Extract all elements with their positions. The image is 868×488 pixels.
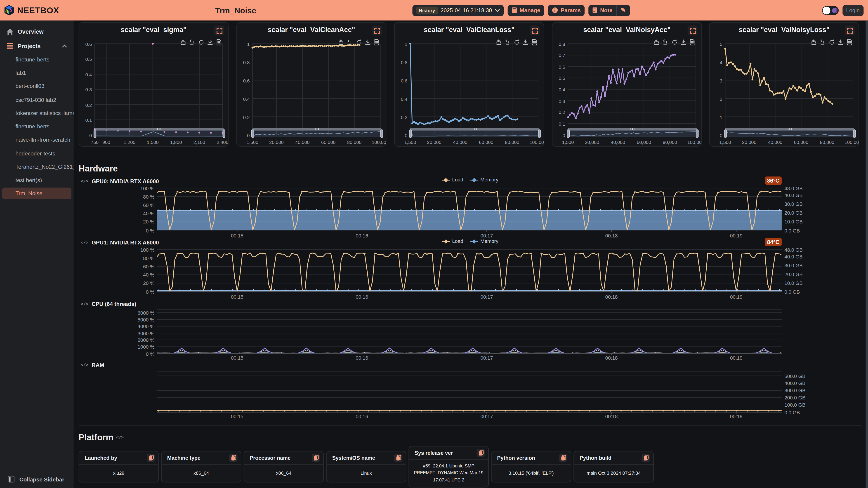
x-axis-label: 20,000 [423,139,445,145]
time-axis-label: 00:18 [601,233,621,238]
x-axis-label: 80,000 [343,139,366,145]
fullscreen-button[interactable] [845,26,855,35]
note-button[interactable]: Note ✎ [588,5,629,16]
hw-chart-plot[interactable] [157,369,782,414]
platform-card-label: Python build [580,455,612,461]
history-tag: History [416,6,438,14]
copy-button[interactable] [229,454,238,462]
platform-card-launched-by: Launched byxlu29 [79,451,159,483]
page-title: Trm_Noise [59,6,412,15]
time-axis-label: 00:16 [352,414,372,419]
login-button[interactable]: Login [842,5,864,16]
cpu-axis-label: 4000 % [123,324,155,329]
brand[interactable]: NEETBOX [4,5,59,15]
x-axis-label: 100,000 [369,139,386,145]
datazoom-brush[interactable] [252,128,381,138]
fullscreen-button[interactable] [214,26,224,35]
fullscreen-icon [847,27,853,33]
copy-button[interactable] [477,449,485,457]
chart-plot[interactable] [724,42,855,137]
datazoom-brush[interactable] [568,128,697,138]
copy-button[interactable] [559,454,567,462]
cpu-axis-label: 6000 % [123,310,155,316]
cpu-axis-label: 0 % [123,351,155,357]
y-axis-label: 0.1 [553,121,565,127]
copy-button[interactable] [147,454,155,462]
sidebar-project-tokenizer-statistics-llama-[interactable]: tokenizer statistics llama... [0,106,74,120]
memory-axis-label: 30.0 GB [784,201,823,207]
hw-chart-plot[interactable] [157,185,782,232]
chart-plot[interactable] [409,42,540,137]
sidebar-project-finetune-berts[interactable]: finetune-berts [0,120,74,133]
datazoom-brush[interactable] [410,128,539,138]
chart-plot[interactable] [94,42,225,137]
ram-axis-label: 400.0 GB [784,381,823,386]
fullscreen-button[interactable] [688,26,698,35]
sidebar-item-overview[interactable]: Overview [0,25,74,38]
sidebar-project-test-bert-s-[interactable]: test bert(s) [0,173,74,187]
y-axis-label: 0.6 [79,41,92,46]
brush-handle-left[interactable] [409,129,412,138]
brush-handle-left[interactable] [724,129,726,138]
platform-card-machine-type: Machine typex86_64 [161,451,241,483]
sidebar-project-terahertz-no22-gl261-gl-[interactable]: Terahertz_No22_Gl261_gl... [0,160,74,174]
sidebar-project-trm-noise[interactable]: Trm_Noise [2,188,71,199]
chevron-down-icon [495,8,500,12]
brush-handle-left[interactable] [251,129,254,138]
y-axis-label: 1 [395,41,407,46]
chart-plot[interactable] [567,42,698,137]
brush-handle-left[interactable] [93,129,96,138]
sidebar-project-csc791-030-lab2[interactable]: csc791-030 lab2 [0,93,74,106]
datazoom-brush[interactable] [725,128,854,138]
legend-item-load[interactable]: Load [442,238,463,244]
cpu-row: </>CPU (64 threads)6000 %5000 %4000 %300… [79,301,862,363]
fullscreen-button[interactable] [530,26,540,35]
brush-handle-right[interactable] [853,129,856,138]
x-axis-label: 20,000 [266,139,287,145]
legend-item-memory[interactable]: Memory [470,238,498,244]
copy-button[interactable] [394,454,403,462]
chart-plot[interactable] [251,42,382,137]
scrollbar-thumb[interactable] [866,21,868,488]
fullscreen-button[interactable] [372,26,382,35]
sidebar-item-projects[interactable]: Projects [0,39,74,53]
platform-card-value: #59~22.04.1-Ubuntu SMP PREEMPT_DYNAMIC W… [409,460,488,487]
memory-axis-label: 40.0 GB [784,254,823,259]
brush-grip [315,128,320,130]
datazoom-brush[interactable] [95,128,224,138]
brush-handle-right[interactable] [695,129,698,138]
hw-chart-plot[interactable] [157,247,782,293]
legend-item-memory[interactable]: Memory [470,177,498,183]
platform-card-processor-name: Processor namex86_64 [244,451,324,483]
x-axis-label: 60,000 [317,139,340,145]
brush-handle-right[interactable] [380,129,383,138]
brush-handle-right[interactable] [538,129,540,138]
hw-chart-plot[interactable] [157,308,782,356]
time-axis-label: 00:16 [352,233,372,238]
brush-handle-right[interactable] [222,129,225,138]
legend-item-load[interactable]: Load [442,177,463,183]
time-axis-label: 00:19 [726,414,746,419]
collapse-sidebar-button[interactable]: Collapse Sidebar [0,476,74,482]
brush-window [568,130,697,137]
sidebar-project-hedecoder-tests[interactable]: hedecoder-tests [0,147,74,160]
brush-window [95,130,224,137]
x-axis-label: 100,000 [685,139,702,145]
brush-handle-left[interactable] [567,129,569,138]
sidebar-project-lab1[interactable]: lab1 [0,66,74,79]
sidebar-project-finetune-berts[interactable]: finetune-berts [0,53,74,66]
copy-button[interactable] [642,454,650,462]
history-dropdown[interactable]: History 2025-04-16 21:18:30 [412,5,503,16]
sidebar-project-naive-llm-from-scratch[interactable]: naive-llm-from-scratch [0,133,74,147]
params-button[interactable]: Params [548,5,585,16]
time-axis-label: 00:19 [726,355,746,361]
edit-pencil-icon[interactable]: ✎ [621,6,626,14]
x-axis-label: 1,500 [557,139,579,145]
x-axis-label: 80,000 [501,139,523,145]
y-axis-label: 0 [710,133,722,138]
theme-toggle[interactable] [822,6,838,15]
copy-button[interactable] [312,454,320,462]
sidebar-project-bert-conll03[interactable]: bert-conll03 [0,79,74,93]
manage-button[interactable]: Manage [507,5,544,16]
platform-card-python-version: Python version3.10.15 ('64bit', 'ELF') [491,451,571,483]
